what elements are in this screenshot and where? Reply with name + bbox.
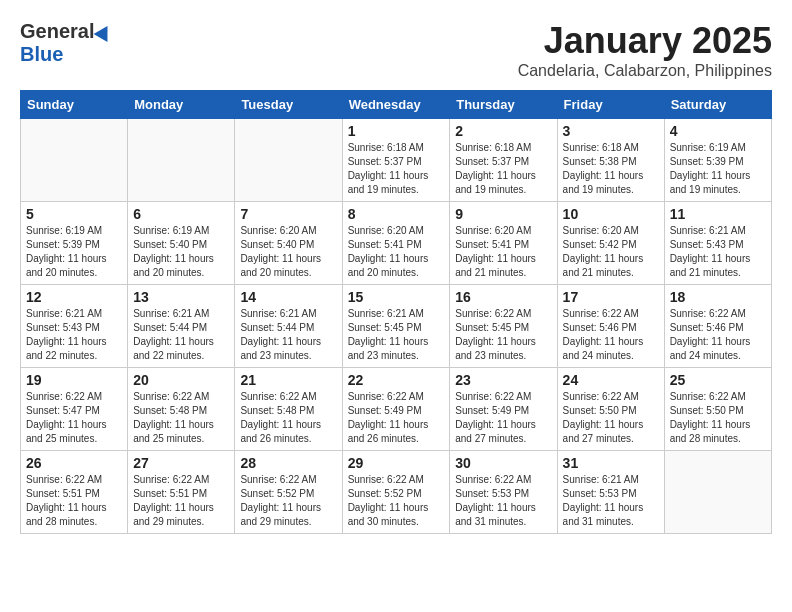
day-number: 3	[563, 123, 659, 139]
calendar-cell: 13Sunrise: 6:21 AM Sunset: 5:44 PM Dayli…	[128, 285, 235, 368]
day-number: 9	[455, 206, 551, 222]
day-info: Sunrise: 6:22 AM Sunset: 5:47 PM Dayligh…	[26, 390, 122, 446]
day-number: 23	[455, 372, 551, 388]
day-info: Sunrise: 6:18 AM Sunset: 5:38 PM Dayligh…	[563, 141, 659, 197]
day-info: Sunrise: 6:22 AM Sunset: 5:46 PM Dayligh…	[563, 307, 659, 363]
day-number: 8	[348, 206, 445, 222]
calendar-cell: 15Sunrise: 6:21 AM Sunset: 5:45 PM Dayli…	[342, 285, 450, 368]
day-info: Sunrise: 6:18 AM Sunset: 5:37 PM Dayligh…	[455, 141, 551, 197]
calendar-cell: 8Sunrise: 6:20 AM Sunset: 5:41 PM Daylig…	[342, 202, 450, 285]
day-number: 11	[670, 206, 766, 222]
calendar-cell: 27Sunrise: 6:22 AM Sunset: 5:51 PM Dayli…	[128, 451, 235, 534]
calendar-cell: 2Sunrise: 6:18 AM Sunset: 5:37 PM Daylig…	[450, 119, 557, 202]
day-number: 17	[563, 289, 659, 305]
day-info: Sunrise: 6:20 AM Sunset: 5:40 PM Dayligh…	[240, 224, 336, 280]
day-info: Sunrise: 6:22 AM Sunset: 5:52 PM Dayligh…	[240, 473, 336, 529]
day-number: 25	[670, 372, 766, 388]
calendar-cell	[21, 119, 128, 202]
calendar-cell: 26Sunrise: 6:22 AM Sunset: 5:51 PM Dayli…	[21, 451, 128, 534]
day-number: 5	[26, 206, 122, 222]
day-number: 27	[133, 455, 229, 471]
day-info: Sunrise: 6:20 AM Sunset: 5:41 PM Dayligh…	[455, 224, 551, 280]
day-info: Sunrise: 6:18 AM Sunset: 5:37 PM Dayligh…	[348, 141, 445, 197]
day-number: 19	[26, 372, 122, 388]
day-info: Sunrise: 6:21 AM Sunset: 5:45 PM Dayligh…	[348, 307, 445, 363]
calendar-cell: 16Sunrise: 6:22 AM Sunset: 5:45 PM Dayli…	[450, 285, 557, 368]
calendar-cell: 23Sunrise: 6:22 AM Sunset: 5:49 PM Dayli…	[450, 368, 557, 451]
calendar-cell: 12Sunrise: 6:21 AM Sunset: 5:43 PM Dayli…	[21, 285, 128, 368]
calendar-cell: 9Sunrise: 6:20 AM Sunset: 5:41 PM Daylig…	[450, 202, 557, 285]
weekday-header-thursday: Thursday	[450, 91, 557, 119]
weekday-header-tuesday: Tuesday	[235, 91, 342, 119]
day-number: 13	[133, 289, 229, 305]
calendar-table: SundayMondayTuesdayWednesdayThursdayFrid…	[20, 90, 772, 534]
calendar-week-row: 26Sunrise: 6:22 AM Sunset: 5:51 PM Dayli…	[21, 451, 772, 534]
day-number: 24	[563, 372, 659, 388]
day-number: 15	[348, 289, 445, 305]
logo: General Blue	[20, 20, 112, 66]
calendar-week-row: 1Sunrise: 6:18 AM Sunset: 5:37 PM Daylig…	[21, 119, 772, 202]
day-number: 18	[670, 289, 766, 305]
day-number: 16	[455, 289, 551, 305]
day-number: 31	[563, 455, 659, 471]
day-info: Sunrise: 6:22 AM Sunset: 5:48 PM Dayligh…	[133, 390, 229, 446]
calendar-cell: 1Sunrise: 6:18 AM Sunset: 5:37 PM Daylig…	[342, 119, 450, 202]
day-info: Sunrise: 6:19 AM Sunset: 5:39 PM Dayligh…	[670, 141, 766, 197]
calendar-cell: 24Sunrise: 6:22 AM Sunset: 5:50 PM Dayli…	[557, 368, 664, 451]
calendar-cell: 11Sunrise: 6:21 AM Sunset: 5:43 PM Dayli…	[664, 202, 771, 285]
day-number: 26	[26, 455, 122, 471]
day-number: 21	[240, 372, 336, 388]
day-info: Sunrise: 6:22 AM Sunset: 5:50 PM Dayligh…	[563, 390, 659, 446]
day-info: Sunrise: 6:21 AM Sunset: 5:53 PM Dayligh…	[563, 473, 659, 529]
calendar-week-row: 19Sunrise: 6:22 AM Sunset: 5:47 PM Dayli…	[21, 368, 772, 451]
day-info: Sunrise: 6:22 AM Sunset: 5:53 PM Dayligh…	[455, 473, 551, 529]
calendar-cell: 5Sunrise: 6:19 AM Sunset: 5:39 PM Daylig…	[21, 202, 128, 285]
calendar-cell: 21Sunrise: 6:22 AM Sunset: 5:48 PM Dayli…	[235, 368, 342, 451]
location: Candelaria, Calabarzon, Philippines	[518, 62, 772, 80]
logo-triangle-icon	[94, 21, 115, 41]
weekday-header-row: SundayMondayTuesdayWednesdayThursdayFrid…	[21, 91, 772, 119]
day-info: Sunrise: 6:21 AM Sunset: 5:43 PM Dayligh…	[26, 307, 122, 363]
calendar-cell: 3Sunrise: 6:18 AM Sunset: 5:38 PM Daylig…	[557, 119, 664, 202]
calendar-cell: 19Sunrise: 6:22 AM Sunset: 5:47 PM Dayli…	[21, 368, 128, 451]
day-info: Sunrise: 6:21 AM Sunset: 5:43 PM Dayligh…	[670, 224, 766, 280]
day-info: Sunrise: 6:21 AM Sunset: 5:44 PM Dayligh…	[133, 307, 229, 363]
calendar-week-row: 5Sunrise: 6:19 AM Sunset: 5:39 PM Daylig…	[21, 202, 772, 285]
day-number: 10	[563, 206, 659, 222]
calendar-cell: 20Sunrise: 6:22 AM Sunset: 5:48 PM Dayli…	[128, 368, 235, 451]
day-number: 22	[348, 372, 445, 388]
calendar-cell	[235, 119, 342, 202]
month-title: January 2025	[518, 20, 772, 62]
calendar-cell: 14Sunrise: 6:21 AM Sunset: 5:44 PM Dayli…	[235, 285, 342, 368]
day-number: 1	[348, 123, 445, 139]
calendar-cell: 18Sunrise: 6:22 AM Sunset: 5:46 PM Dayli…	[664, 285, 771, 368]
calendar-cell: 29Sunrise: 6:22 AM Sunset: 5:52 PM Dayli…	[342, 451, 450, 534]
calendar-cell	[664, 451, 771, 534]
calendar-cell: 10Sunrise: 6:20 AM Sunset: 5:42 PM Dayli…	[557, 202, 664, 285]
calendar-cell: 6Sunrise: 6:19 AM Sunset: 5:40 PM Daylig…	[128, 202, 235, 285]
weekday-header-friday: Friday	[557, 91, 664, 119]
weekday-header-monday: Monday	[128, 91, 235, 119]
day-info: Sunrise: 6:22 AM Sunset: 5:51 PM Dayligh…	[133, 473, 229, 529]
day-info: Sunrise: 6:20 AM Sunset: 5:42 PM Dayligh…	[563, 224, 659, 280]
weekday-header-wednesday: Wednesday	[342, 91, 450, 119]
day-info: Sunrise: 6:22 AM Sunset: 5:49 PM Dayligh…	[455, 390, 551, 446]
day-info: Sunrise: 6:22 AM Sunset: 5:45 PM Dayligh…	[455, 307, 551, 363]
calendar-cell: 28Sunrise: 6:22 AM Sunset: 5:52 PM Dayli…	[235, 451, 342, 534]
logo-general-text: General	[20, 20, 94, 43]
calendar-cell: 17Sunrise: 6:22 AM Sunset: 5:46 PM Dayli…	[557, 285, 664, 368]
day-number: 30	[455, 455, 551, 471]
day-info: Sunrise: 6:22 AM Sunset: 5:49 PM Dayligh…	[348, 390, 445, 446]
day-info: Sunrise: 6:22 AM Sunset: 5:46 PM Dayligh…	[670, 307, 766, 363]
day-info: Sunrise: 6:22 AM Sunset: 5:51 PM Dayligh…	[26, 473, 122, 529]
title-section: January 2025 Candelaria, Calabarzon, Phi…	[518, 20, 772, 80]
day-number: 7	[240, 206, 336, 222]
day-number: 2	[455, 123, 551, 139]
day-info: Sunrise: 6:19 AM Sunset: 5:39 PM Dayligh…	[26, 224, 122, 280]
calendar-week-row: 12Sunrise: 6:21 AM Sunset: 5:43 PM Dayli…	[21, 285, 772, 368]
day-number: 14	[240, 289, 336, 305]
day-number: 29	[348, 455, 445, 471]
calendar-cell: 7Sunrise: 6:20 AM Sunset: 5:40 PM Daylig…	[235, 202, 342, 285]
day-number: 12	[26, 289, 122, 305]
day-info: Sunrise: 6:22 AM Sunset: 5:48 PM Dayligh…	[240, 390, 336, 446]
